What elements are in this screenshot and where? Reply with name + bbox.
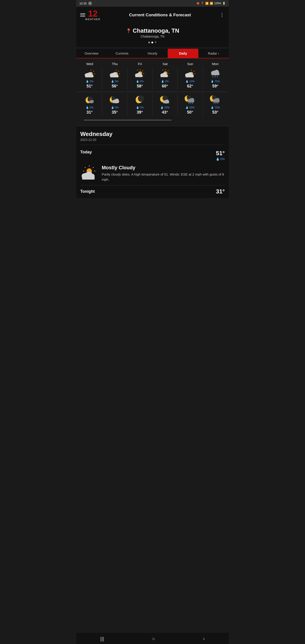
tab-overview[interactable]: Overview bbox=[76, 49, 107, 58]
day-cell-sat[interactable]: 💧0% 60° bbox=[152, 67, 178, 90]
pin-icon: 📍 bbox=[126, 28, 132, 34]
svg-point-65 bbox=[138, 96, 144, 102]
today-row: Today 51° 💧 0% bbox=[80, 148, 225, 162]
svg-line-21 bbox=[142, 76, 143, 76]
condition-title: Mostly Cloudy bbox=[102, 165, 225, 170]
svg-line-39 bbox=[194, 71, 194, 72]
day-header-fri: Fri bbox=[128, 62, 152, 66]
logo: 12 WEATHER bbox=[85, 10, 100, 20]
sat-day-precip: 💧0% bbox=[153, 80, 177, 83]
dot-1[interactable] bbox=[148, 42, 150, 44]
thu-night-icon bbox=[103, 95, 126, 105]
wed-night-icon bbox=[78, 95, 102, 105]
day-cell-mon[interactable]: 💧70% 59° bbox=[203, 67, 228, 90]
day-header-thu: Thu bbox=[102, 62, 127, 66]
day-header-wed: Wed bbox=[77, 62, 102, 66]
hamburger-menu[interactable] bbox=[80, 14, 85, 16]
night-cell-sat: 💧10% 43° bbox=[152, 93, 178, 116]
fri-night-precip: 💧0% bbox=[128, 106, 152, 109]
sat-high: 60° bbox=[153, 84, 177, 88]
fri-day-icon bbox=[128, 69, 152, 79]
top-bar: 12 WEATHER Current Conditions & Forecast… bbox=[76, 7, 229, 23]
location-sub: Chattanooga, TN bbox=[78, 35, 226, 38]
today-forecast-content: Mostly Cloudy Partly cloudy skies. A hig… bbox=[80, 162, 225, 185]
sun-night-precip: 💧50% bbox=[178, 106, 202, 109]
dot-2[interactable] bbox=[152, 42, 153, 44]
today-forecast-desc: Mostly Cloudy Partly cloudy skies. A hig… bbox=[102, 165, 225, 182]
svg-rect-63 bbox=[112, 100, 119, 103]
today-precip-right: 💧 0% bbox=[216, 157, 225, 161]
thu-day-icon bbox=[103, 69, 126, 79]
tab-currents[interactable]: Currents bbox=[107, 49, 137, 58]
more-menu-button[interactable]: ⋮ bbox=[220, 12, 225, 18]
day-cell-wed[interactable]: 💧0% 51° bbox=[77, 67, 102, 90]
scroll-row bbox=[77, 116, 228, 124]
thu-night-precip: 💧0% bbox=[103, 106, 126, 109]
svg-line-89 bbox=[218, 103, 218, 104]
day-detail-date: 2023-12-20 bbox=[80, 138, 225, 142]
svg-line-88 bbox=[216, 103, 216, 104]
svg-point-56 bbox=[89, 100, 91, 103]
svg-line-29 bbox=[168, 70, 168, 71]
svg-line-1 bbox=[93, 71, 94, 72]
night-icons-row: 💧0% 31° 💧0% 35° bbox=[77, 93, 228, 116]
fri-high: 58° bbox=[128, 84, 152, 88]
scroll-indicator bbox=[84, 120, 172, 120]
day-cell-sun[interactable]: 💧10% 62° bbox=[178, 67, 202, 90]
wed-night-precip: 💧0% bbox=[78, 106, 102, 109]
sat-day-icon bbox=[153, 69, 177, 79]
day-cell-thu[interactable]: 💧0% 56° bbox=[102, 67, 127, 90]
thu-day-precip: 💧0% bbox=[103, 80, 126, 83]
fri-night-icon bbox=[128, 95, 152, 105]
wifi-icon: 📶 bbox=[205, 2, 209, 5]
sun-day-icon bbox=[178, 69, 202, 79]
day-header-sun: Sun bbox=[178, 62, 202, 66]
mute-icon: 🔕 bbox=[196, 2, 200, 5]
svg-line-50 bbox=[213, 76, 213, 77]
notification-badge: 22 bbox=[88, 1, 92, 5]
status-bar: 10:35 22 🔕 📍 📶 📶 100% 🔋 bbox=[76, 0, 229, 7]
svg-rect-27 bbox=[135, 75, 142, 77]
fri-day-precip: 💧0% bbox=[128, 80, 152, 83]
day-header-sat: Sat bbox=[152, 62, 178, 66]
today-right: 51° 💧 0% bbox=[216, 150, 225, 161]
location-name: Chattanooga, TN bbox=[133, 27, 179, 34]
night-cell-fri: 💧0% 39° bbox=[128, 93, 152, 116]
svg-line-97 bbox=[85, 167, 86, 168]
sun-high: 62° bbox=[178, 84, 202, 88]
tab-radar[interactable]: Radar › bbox=[198, 49, 229, 58]
mon-day-precip: 💧70% bbox=[203, 80, 228, 83]
day-detail-title: Wednesday bbox=[80, 130, 225, 138]
today-precip-drop: 💧 bbox=[216, 157, 220, 161]
day-cell-fri[interactable]: 💧0% 58° bbox=[128, 67, 152, 90]
svg-line-22 bbox=[137, 70, 138, 70]
location-dots: + bbox=[78, 40, 226, 45]
grid-divider bbox=[77, 92, 228, 92]
svg-line-80 bbox=[192, 103, 193, 104]
battery-icon: 🔋 bbox=[222, 2, 226, 5]
add-location-button[interactable]: + bbox=[154, 40, 157, 45]
svg-rect-86 bbox=[213, 100, 219, 102]
mon-night-precip: 💧70% bbox=[203, 106, 228, 109]
sun-night-icon bbox=[178, 95, 202, 105]
tab-hourly[interactable]: Hourly bbox=[137, 49, 168, 58]
thu-low: 35° bbox=[103, 110, 126, 115]
svg-rect-45 bbox=[186, 75, 194, 77]
svg-line-51 bbox=[215, 76, 215, 77]
daily-grid: Wed Thu Fri Sat Sun Mon bbox=[76, 58, 229, 126]
signal-icon: 📶 bbox=[210, 2, 213, 5]
status-time: 10:35 bbox=[80, 2, 87, 5]
svg-rect-37 bbox=[160, 75, 168, 77]
tab-daily[interactable]: Daily bbox=[168, 49, 198, 58]
mon-low: 53° bbox=[203, 110, 228, 115]
sat-low: 43° bbox=[153, 110, 177, 115]
svg-rect-104 bbox=[82, 175, 94, 180]
svg-line-87 bbox=[214, 103, 214, 104]
today-temp: 51° bbox=[216, 150, 225, 157]
logo-number: 12 bbox=[85, 10, 100, 18]
today-precip-val: 0% bbox=[220, 157, 225, 161]
page-title: Current Conditions & Forecast bbox=[100, 12, 220, 18]
svg-line-31 bbox=[168, 76, 168, 76]
tonight-label: Tonight bbox=[80, 189, 95, 194]
svg-rect-49 bbox=[211, 72, 219, 75]
